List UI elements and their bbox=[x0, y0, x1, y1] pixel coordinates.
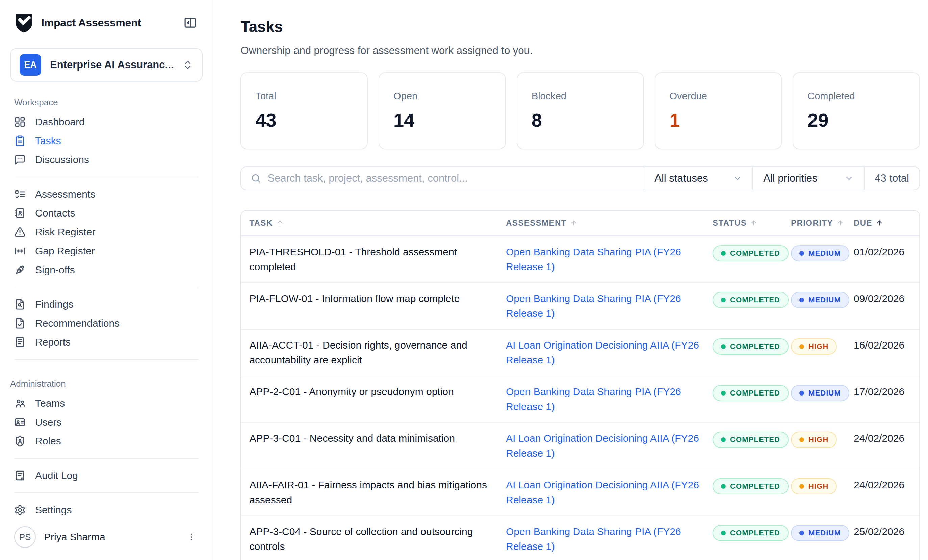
assessment-link[interactable]: AI Loan Origination Decisioning AIIA (FY… bbox=[506, 338, 701, 368]
priority-badge: MEDIUM bbox=[791, 245, 849, 261]
priority-label: MEDIUM bbox=[809, 389, 841, 398]
assessment-link[interactable]: AI Loan Origination Decisioning AIIA (FY… bbox=[506, 431, 701, 461]
due-cell: 16/02/2026 bbox=[854, 338, 911, 352]
priority-filter-value: All priorities bbox=[763, 172, 817, 185]
status-cell: COMPLETED bbox=[713, 291, 791, 308]
sidebar-item-discussions[interactable]: Discussions bbox=[10, 150, 203, 169]
status-label: COMPLETED bbox=[730, 482, 780, 491]
assessment-link[interactable]: Open Banking Data Sharing PIA (FY26 Rele… bbox=[506, 244, 701, 274]
stat-label: Open bbox=[394, 90, 491, 102]
column-header-status[interactable]: STATUS bbox=[713, 218, 791, 227]
status-filter-dropdown[interactable]: All statuses bbox=[644, 167, 752, 190]
status-label: COMPLETED bbox=[730, 249, 780, 258]
sidebar-item-settings[interactable]: Settings bbox=[10, 500, 203, 519]
sidebar-item-risk-register[interactable]: Risk Register bbox=[10, 223, 203, 241]
column-label: PRIORITY bbox=[791, 218, 833, 227]
status-dot-icon bbox=[721, 344, 726, 349]
priority-cell: MEDIUM bbox=[791, 244, 854, 261]
assessment-cell: AI Loan Origination Decisioning AIIA (FY… bbox=[506, 431, 713, 461]
status-label: COMPLETED bbox=[730, 296, 780, 304]
risk-warning-triangle-icon bbox=[14, 226, 26, 238]
sidebar-item-dashboard[interactable]: Dashboard bbox=[10, 113, 203, 131]
sidebar-item-contacts[interactable]: Contacts bbox=[10, 204, 203, 223]
assessment-link[interactable]: AI Loan Origination Decisioning AIIA (FY… bbox=[506, 478, 701, 507]
status-cell: COMPLETED bbox=[713, 338, 791, 355]
sort-arrow-up-icon bbox=[570, 219, 577, 227]
tasks-table: TASK ASSESSMENT STATUS PRIORITY DUE bbox=[240, 210, 920, 560]
table-row: APP-2-C01 - Anonymity or pseudonym optio… bbox=[241, 375, 919, 422]
sidebar-item-assessments[interactable]: Assessments bbox=[10, 185, 203, 204]
user-menu-button[interactable] bbox=[185, 530, 198, 544]
status-badge: COMPLETED bbox=[713, 339, 789, 355]
column-header-priority[interactable]: PRIORITY bbox=[791, 218, 854, 227]
priority-badge: MEDIUM bbox=[791, 385, 849, 401]
assessment-link[interactable]: Open Banking Data Sharing PIA (FY26 Rele… bbox=[506, 385, 701, 414]
priority-cell: HIGH bbox=[791, 431, 854, 448]
priority-cell: MEDIUM bbox=[791, 291, 854, 308]
sort-arrow-up-icon bbox=[836, 219, 844, 227]
assessment-cell: AI Loan Origination Decisioning AIIA (FY… bbox=[506, 338, 713, 368]
status-label: COMPLETED bbox=[730, 342, 780, 351]
stat-value: 14 bbox=[394, 109, 491, 131]
user-profile-row: PS Priya Sharma bbox=[10, 526, 203, 548]
status-badge: COMPLETED bbox=[713, 432, 789, 448]
sidebar-item-label: Contacts bbox=[35, 208, 75, 219]
priority-label: HIGH bbox=[809, 482, 828, 491]
gap-arrows-icon bbox=[14, 245, 26, 257]
column-header-task[interactable]: TASK bbox=[249, 218, 506, 227]
sidebar-item-recommendations[interactable]: Recommendations bbox=[10, 314, 203, 333]
status-badge: COMPLETED bbox=[713, 478, 789, 494]
sidebar-collapse-button[interactable] bbox=[182, 14, 198, 31]
column-label: TASK bbox=[249, 218, 273, 227]
stat-card-total: Total 43 bbox=[240, 72, 368, 149]
sidebar-item-audit-log[interactable]: Audit Log bbox=[10, 466, 203, 485]
sidebar-item-label: Assessments bbox=[35, 188, 95, 200]
contacts-book-icon bbox=[14, 208, 26, 219]
workspace-selector[interactable]: EA Enterprise AI Assuranc... bbox=[10, 48, 203, 82]
sidebar-item-gap-register[interactable]: Gap Register bbox=[10, 241, 203, 260]
stat-card-overdue: Overdue 1 bbox=[655, 72, 782, 149]
settings-gear-icon bbox=[14, 504, 26, 516]
column-header-due[interactable]: DUE bbox=[854, 218, 911, 227]
priority-cell: MEDIUM bbox=[791, 385, 854, 401]
sidebar-item-teams[interactable]: Teams bbox=[10, 394, 203, 413]
assessment-link[interactable]: Open Banking Data Sharing PIA (FY26 Rele… bbox=[506, 291, 701, 321]
sidebar-item-roles[interactable]: Roles bbox=[10, 432, 203, 450]
priority-badge: MEDIUM bbox=[791, 292, 849, 308]
priority-cell: HIGH bbox=[791, 338, 854, 355]
sidebar-item-findings[interactable]: Findings bbox=[10, 295, 203, 314]
sidebar-item-label: Findings bbox=[35, 299, 73, 310]
sidebar-item-label: Settings bbox=[35, 504, 72, 516]
stat-value-overdue: 1 bbox=[670, 109, 767, 131]
sign-offs-pen-icon bbox=[14, 264, 26, 276]
priority-dot-icon bbox=[799, 437, 804, 442]
sidebar-nav: Dashboard Tasks Discussions Assessments … bbox=[10, 113, 203, 519]
sidebar-item-reports[interactable]: Reports bbox=[10, 333, 203, 352]
divider bbox=[14, 493, 198, 493]
search-input[interactable] bbox=[267, 172, 634, 185]
chevron-down-icon bbox=[733, 174, 742, 183]
sidebar-item-sign-offs[interactable]: Sign-offs bbox=[10, 260, 203, 279]
table-row: AIIA-FAIR-01 - Fairness impacts and bias… bbox=[241, 469, 919, 516]
status-badge: COMPLETED bbox=[713, 292, 789, 308]
sidebar-item-label: Discussions bbox=[35, 154, 89, 165]
due-cell: 25/02/2026 bbox=[854, 524, 911, 539]
column-header-assessment[interactable]: ASSESSMENT bbox=[506, 218, 713, 227]
assessment-link[interactable]: Open Banking Data Sharing PIA (FY26 Rele… bbox=[506, 524, 701, 554]
users-id-card-icon bbox=[14, 417, 26, 428]
priority-filter-dropdown[interactable]: All priorities bbox=[752, 167, 864, 190]
stat-value: 29 bbox=[807, 109, 905, 131]
stat-label: Blocked bbox=[531, 90, 629, 102]
sidebar-item-label: Recommendations bbox=[35, 317, 119, 329]
teams-people-icon bbox=[14, 398, 26, 409]
table-header-row: TASK ASSESSMENT STATUS PRIORITY DUE bbox=[241, 211, 919, 236]
section-label-workspace: Workspace bbox=[14, 97, 198, 108]
sidebar-item-users[interactable]: Users bbox=[10, 413, 203, 432]
sidebar-item-tasks[interactable]: Tasks bbox=[10, 131, 203, 150]
recommendations-file-check-icon bbox=[14, 317, 26, 329]
roles-shield-user-icon bbox=[14, 435, 26, 447]
status-label: COMPLETED bbox=[730, 389, 780, 398]
priority-dot-icon bbox=[799, 251, 804, 256]
workspace-name: Enterprise AI Assuranc... bbox=[50, 59, 174, 71]
task-cell: PIA-THRESHOLD-01 - Threshold assessment … bbox=[249, 244, 506, 274]
